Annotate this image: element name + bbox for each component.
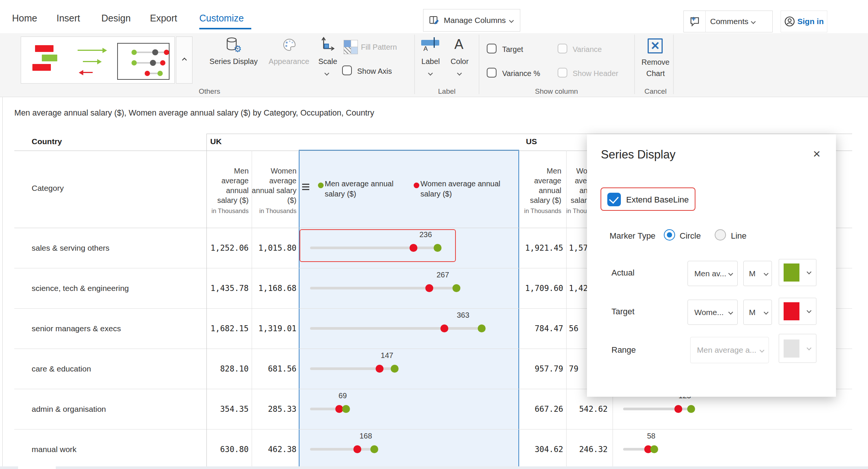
remove-chart-button[interactable]: Remove Chart	[638, 56, 673, 79]
app-window: Home Insert Design Export Customize Mana…	[0, 0, 868, 469]
uk-men-value: 1,252.06	[206, 228, 249, 268]
uk-men-value: 828.10	[206, 349, 249, 389]
gallery-scroll-up-button[interactable]	[176, 37, 193, 84]
women-legend-dot	[414, 183, 419, 188]
actual-row-label: Actual	[611, 268, 634, 278]
color-button[interactable]: Color	[446, 57, 473, 66]
actual-marker-dot	[452, 284, 460, 292]
actual-marker-dot	[478, 324, 486, 332]
extend-baseline-checkbox[interactable]	[607, 193, 621, 206]
variance-label: 147	[374, 351, 400, 360]
range-row-label: Range	[611, 345, 636, 355]
marker-type-label: Marker Type	[610, 231, 656, 241]
actual-marker-dot	[650, 445, 658, 453]
men-legend-label: Men average annual salary ($)	[325, 179, 400, 199]
dot-plot-cell: 69	[300, 389, 519, 429]
gallery-thumb-bars[interactable]	[29, 37, 74, 82]
marker-line-radio[interactable]	[715, 229, 726, 241]
gallery-thumb-arrows[interactable]	[74, 37, 115, 82]
series-display-button[interactable]: Series Display	[205, 57, 262, 66]
menu-home[interactable]: Home	[12, 13, 37, 24]
marker-circle-radio[interactable]	[664, 229, 675, 241]
baseline-track	[310, 287, 457, 289]
uk-women-value: 1,319.01	[252, 308, 296, 349]
category-cell: science, tech & engineering	[32, 268, 129, 308]
dot-plot-cell: 363	[300, 308, 519, 349]
uk-women-column-header: Women average annual salary ($)in Thousa…	[252, 154, 296, 220]
variance-label: 58	[638, 432, 665, 440]
variance-label: 69	[330, 391, 356, 400]
target-marker-dot	[674, 405, 682, 413]
show-header-checkbox	[558, 68, 567, 78]
scale-button[interactable]: Scale	[309, 57, 347, 66]
uk-header: UK	[210, 137, 222, 146]
extend-baseline-highlight: Extend BaseLine	[601, 187, 695, 211]
chart-type-gallery	[21, 37, 175, 84]
gear-icon: ⚙	[234, 44, 242, 53]
bottom-strip-box	[18, 466, 56, 469]
dot-plot-cell: 267	[300, 268, 519, 308]
label-button[interactable]: Label	[417, 57, 444, 66]
target-aggregation-dropdown[interactable]: M	[743, 300, 772, 325]
menu-design[interactable]: Design	[101, 13, 131, 24]
add-comment-icon	[684, 11, 706, 32]
selected-cell-highlight	[300, 229, 456, 262]
comments-button[interactable]: Comments	[683, 11, 773, 32]
divider	[673, 35, 674, 94]
target-marker-dot	[353, 445, 361, 453]
target-series-dropdown[interactable]: Wome...	[688, 300, 738, 325]
show-axis-checkbox[interactable]	[342, 65, 352, 75]
divider	[479, 35, 479, 94]
show-axis-label: Show Axis	[357, 67, 392, 76]
uk-men-value: 354.35	[206, 389, 249, 429]
dot-plot-cell: 168	[300, 429, 519, 469]
actual-series-dropdown[interactable]: Men av...	[688, 261, 738, 286]
variance-label: 267	[429, 271, 456, 279]
variance-label: 168	[353, 432, 379, 440]
cancel-button[interactable]: Cancel	[638, 87, 673, 96]
dot-plot-cell: 58	[613, 429, 825, 469]
target-checkbox[interactable]	[487, 44, 497, 53]
menu-customize[interactable]: Customize	[199, 13, 244, 24]
target-marker-dot	[376, 365, 384, 373]
extend-baseline-label: Extend BaseLine	[626, 195, 689, 205]
target-row-label: Target	[611, 307, 634, 317]
drag-handle-icon[interactable]	[302, 184, 309, 192]
close-icon[interactable]: ×	[813, 147, 821, 160]
category-header: Category	[32, 184, 64, 193]
active-tab-underline	[199, 28, 251, 29]
sign-in-button[interactable]: Sign in	[781, 11, 827, 32]
label-dropdown-chevron[interactable]	[428, 71, 433, 76]
scale-dropdown-chevron[interactable]	[324, 71, 329, 76]
range-color-picker	[779, 334, 816, 363]
actual-marker-dot	[370, 445, 378, 453]
user-icon	[784, 16, 795, 27]
bottom-strip	[0, 466, 868, 469]
top-menu-bar: Home Insert Design Export Customize Mana…	[0, 0, 868, 33]
manage-columns-button[interactable]: Manage Columns	[423, 9, 520, 32]
actual-color-picker[interactable]	[779, 259, 816, 286]
fill-pattern-button: Fill Pattern	[361, 43, 397, 52]
color-dropdown-chevron[interactable]	[457, 71, 462, 76]
us-men-value: 1,709.60	[519, 268, 563, 308]
us-header: US	[526, 137, 537, 146]
chevron-down-icon	[509, 18, 514, 23]
category-cell: senior managers & execs	[32, 308, 121, 349]
menu-insert[interactable]: Insert	[57, 13, 80, 24]
show-header-checkbox-label: Show Header	[573, 69, 618, 78]
label-icon: A	[421, 38, 441, 53]
actual-marker-dot	[342, 405, 350, 413]
target-color-picker[interactable]	[779, 298, 816, 325]
uk-women-value: 1,168.68	[252, 268, 296, 308]
gallery-thumb-dotplot-selected[interactable]	[117, 43, 170, 80]
us-men-value: 784.47	[519, 308, 563, 349]
actual-aggregation-dropdown[interactable]: M	[743, 261, 772, 286]
panel-title: Series Display	[601, 148, 675, 161]
uk-women-value: 1,015.80	[252, 228, 296, 268]
ribbon: ⚙ Series Display Appearance Scale	[0, 33, 868, 97]
manage-columns-icon	[429, 15, 440, 26]
menu-export[interactable]: Export	[150, 13, 177, 24]
appearance-icon	[282, 38, 297, 55]
divider	[634, 35, 635, 94]
variance-pct-checkbox[interactable]	[487, 68, 497, 78]
